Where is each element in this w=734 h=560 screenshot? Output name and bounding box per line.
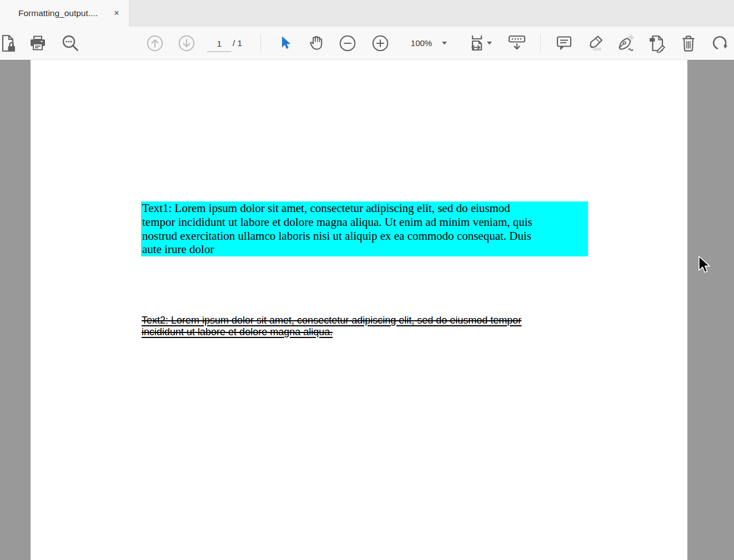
main-toolbar: / 1 100%	[0, 27, 734, 60]
tab-bar: Formatting_output.... ✕	[0, 0, 734, 27]
select-tool-button[interactable]	[274, 32, 296, 54]
document-tab[interactable]: Formatting_output.... ✕	[0, 0, 129, 27]
search-button[interactable]	[59, 32, 82, 54]
document-text-line: tempor incididunt ut labore et dolore ma…	[142, 215, 588, 229]
document-tab-title: Formatting_output....	[18, 8, 98, 18]
delete-icon	[680, 34, 697, 53]
page-number-input[interactable]	[207, 36, 232, 52]
secure-document-icon	[0, 34, 18, 53]
document-text-line: nostrud exercitation ullamco laboris nis…	[142, 229, 588, 243]
page-down-icon	[178, 34, 195, 52]
hand-tool-button[interactable]	[305, 32, 327, 54]
highlight-button[interactable]	[584, 32, 606, 54]
hand-tool-icon	[306, 34, 325, 53]
document-workspace[interactable]: Text1: Lorem ipsum dolor sit amet, conse…	[0, 60, 734, 560]
collapse-toolbar-icon	[506, 33, 527, 53]
select-tool-icon	[278, 35, 293, 52]
strikethrough-annotation-text2[interactable]: Text2: Lorem ipsum dolor sit amet, conse…	[142, 315, 524, 338]
page-count-label: / 1	[233, 38, 242, 48]
toolbar-separator	[260, 34, 261, 52]
edit-stamp-button[interactable]	[646, 32, 668, 54]
print-icon	[29, 34, 47, 52]
page-fit-width-icon	[467, 33, 487, 53]
highlight-annotation-text1[interactable]: Text1: Lorem ipsum dolor sit amet, conse…	[141, 201, 588, 256]
previous-page-button[interactable]	[144, 32, 166, 54]
document-text-line: incididunt ut labore et dolore magna ali…	[142, 326, 335, 337]
fill-and-sign-button[interactable]	[615, 32, 637, 54]
pdf-page[interactable]: Text1: Lorem ipsum dolor sit amet, conse…	[31, 60, 687, 560]
comment-icon	[555, 34, 573, 52]
delete-button[interactable]	[677, 32, 700, 54]
zoom-dropdown-caret-icon[interactable]	[442, 42, 447, 45]
zoom-out-icon	[339, 34, 356, 52]
next-page-button[interactable]	[175, 32, 198, 54]
toolbar-separator	[540, 34, 541, 52]
zoom-level-value[interactable]: 100%	[407, 38, 436, 48]
tab-close-icon[interactable]: ✕	[111, 8, 122, 19]
zoom-out-button[interactable]	[336, 32, 359, 54]
comment-button[interactable]	[553, 32, 575, 54]
secure-document-button[interactable]	[0, 32, 19, 54]
pdf-viewer-window: Formatting_output.... ✕	[0, 0, 734, 560]
fill-and-sign-icon	[616, 34, 636, 52]
page-fit-dropdown-caret-icon[interactable]	[487, 42, 492, 45]
zoom-in-icon	[371, 34, 389, 52]
edit-stamp-icon	[647, 34, 667, 53]
rotate-icon	[712, 34, 730, 52]
zoom-in-button[interactable]	[369, 32, 391, 54]
highlight-icon	[586, 34, 605, 52]
search-icon	[61, 34, 80, 53]
print-button[interactable]	[27, 32, 49, 54]
rotate-button[interactable]	[710, 32, 732, 54]
page-up-icon	[146, 34, 164, 52]
document-text-line: aute irure dolor	[142, 243, 588, 256]
document-text-line: Text1: Lorem ipsum dolor sit amet, conse…	[142, 201, 588, 215]
collapse-toolbar-button[interactable]	[506, 32, 528, 54]
document-text-line: Text2: Lorem ipsum dolor sit amet, conse…	[142, 315, 524, 326]
page-fit-width-button[interactable]	[466, 32, 489, 54]
